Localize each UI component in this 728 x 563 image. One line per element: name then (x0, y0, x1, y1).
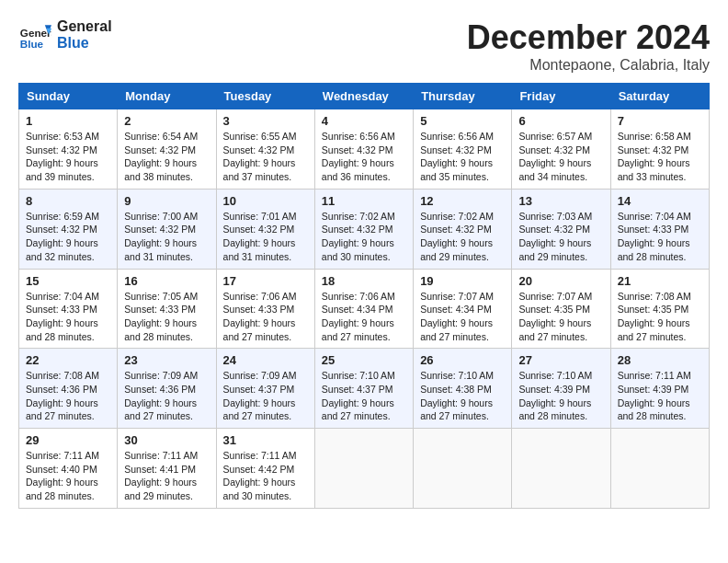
day-number: 20 (518, 274, 603, 288)
day-info: Sunrise: 7:11 AMSunset: 4:41 PMDaylight:… (124, 449, 209, 503)
day-number: 30 (124, 433, 209, 447)
calendar-cell: 27Sunrise: 7:10 AMSunset: 4:39 PMDayligh… (512, 349, 610, 429)
day-info: Sunrise: 6:56 AMSunset: 4:32 PMDaylight:… (420, 130, 505, 184)
calendar-cell: 2Sunrise: 6:54 AMSunset: 4:32 PMDaylight… (118, 109, 216, 190)
calendar-cell: 5Sunrise: 6:56 AMSunset: 4:32 PMDaylight… (414, 109, 512, 190)
logo-blue: Blue (57, 35, 112, 52)
calendar-cell: 31Sunrise: 7:11 AMSunset: 4:42 PMDayligh… (216, 429, 314, 509)
day-number: 1 (26, 114, 110, 128)
day-info: Sunrise: 7:01 AMSunset: 4:32 PMDaylight:… (223, 210, 308, 264)
day-number: 2 (124, 114, 209, 128)
day-info: Sunrise: 6:57 AMSunset: 4:32 PMDaylight:… (518, 130, 603, 184)
day-number: 21 (618, 274, 702, 288)
day-info: Sunrise: 7:08 AMSunset: 4:36 PMDaylight:… (26, 369, 110, 423)
weekday-friday: Friday (512, 84, 610, 109)
day-info: Sunrise: 7:05 AMSunset: 4:33 PMDaylight:… (124, 290, 209, 344)
day-info: Sunrise: 7:07 AMSunset: 4:35 PMDaylight:… (518, 290, 603, 344)
logo-general: General (57, 18, 112, 35)
day-info: Sunrise: 7:04 AMSunset: 4:33 PMDaylight:… (618, 210, 702, 264)
day-number: 9 (124, 194, 209, 208)
day-info: Sunrise: 7:02 AMSunset: 4:32 PMDaylight:… (420, 210, 505, 264)
calendar-cell: 3Sunrise: 6:55 AMSunset: 4:32 PMDaylight… (216, 109, 314, 190)
logo-icon: General Blue (18, 18, 51, 52)
calendar-cell (610, 429, 709, 509)
day-info: Sunrise: 7:09 AMSunset: 4:37 PMDaylight:… (223, 369, 308, 423)
day-info: Sunrise: 7:07 AMSunset: 4:34 PMDaylight:… (420, 290, 505, 344)
weekday-thursday: Thursday (414, 84, 512, 109)
day-number: 25 (322, 353, 406, 367)
day-info: Sunrise: 7:09 AMSunset: 4:36 PMDaylight:… (124, 369, 209, 423)
day-number: 8 (26, 194, 110, 208)
calendar-cell: 29Sunrise: 7:11 AMSunset: 4:40 PMDayligh… (19, 429, 118, 509)
day-number: 27 (518, 353, 603, 367)
calendar-cell: 19Sunrise: 7:07 AMSunset: 4:34 PMDayligh… (414, 269, 512, 349)
calendar-cell: 24Sunrise: 7:09 AMSunset: 4:37 PMDayligh… (216, 349, 314, 429)
day-number: 22 (26, 353, 110, 367)
day-number: 11 (322, 194, 406, 208)
calendar-cell: 11Sunrise: 7:02 AMSunset: 4:32 PMDayligh… (314, 189, 413, 269)
day-info: Sunrise: 6:59 AMSunset: 4:32 PMDaylight:… (26, 210, 110, 264)
calendar-cell: 8Sunrise: 6:59 AMSunset: 4:32 PMDaylight… (19, 189, 118, 269)
day-number: 14 (618, 194, 702, 208)
day-number: 19 (420, 274, 505, 288)
day-number: 23 (124, 353, 209, 367)
calendar-cell: 23Sunrise: 7:09 AMSunset: 4:36 PMDayligh… (118, 349, 216, 429)
calendar-cell: 18Sunrise: 7:06 AMSunset: 4:34 PMDayligh… (314, 269, 413, 349)
calendar-cell: 1Sunrise: 6:53 AMSunset: 4:32 PMDaylight… (19, 109, 118, 190)
svg-text:Blue: Blue (20, 38, 44, 50)
day-info: Sunrise: 7:02 AMSunset: 4:32 PMDaylight:… (322, 210, 406, 264)
weekday-monday: Monday (118, 84, 216, 109)
day-number: 16 (124, 274, 209, 288)
calendar-cell: 4Sunrise: 6:56 AMSunset: 4:32 PMDaylight… (314, 109, 413, 190)
month-title: December 2024 (467, 18, 710, 57)
calendar-cell (414, 429, 512, 509)
calendar-cell: 30Sunrise: 7:11 AMSunset: 4:41 PMDayligh… (118, 429, 216, 509)
day-number: 6 (518, 114, 603, 128)
day-number: 26 (420, 353, 505, 367)
calendar-cell: 26Sunrise: 7:10 AMSunset: 4:38 PMDayligh… (414, 349, 512, 429)
weekday-tuesday: Tuesday (216, 84, 314, 109)
day-info: Sunrise: 7:10 AMSunset: 4:37 PMDaylight:… (322, 369, 406, 423)
day-number: 13 (518, 194, 603, 208)
day-info: Sunrise: 7:04 AMSunset: 4:33 PMDaylight:… (26, 290, 110, 344)
title-block: December 2024 Montepaone, Calabria, Ital… (467, 18, 710, 74)
weekday-saturday: Saturday (610, 84, 709, 109)
calendar-cell (314, 429, 413, 509)
day-info: Sunrise: 7:03 AMSunset: 4:32 PMDaylight:… (518, 210, 603, 264)
calendar-week-3: 15Sunrise: 7:04 AMSunset: 4:33 PMDayligh… (19, 269, 710, 349)
calendar-cell: 28Sunrise: 7:11 AMSunset: 4:39 PMDayligh… (610, 349, 709, 429)
calendar-week-2: 8Sunrise: 6:59 AMSunset: 4:32 PMDaylight… (19, 189, 710, 269)
calendar-cell: 9Sunrise: 7:00 AMSunset: 4:32 PMDaylight… (118, 189, 216, 269)
day-info: Sunrise: 7:11 AMSunset: 4:39 PMDaylight:… (618, 369, 702, 423)
calendar-table: SundayMondayTuesdayWednesdayThursdayFrid… (18, 83, 710, 509)
day-info: Sunrise: 6:55 AMSunset: 4:32 PMDaylight:… (223, 130, 308, 184)
calendar-cell: 14Sunrise: 7:04 AMSunset: 4:33 PMDayligh… (610, 189, 709, 269)
calendar-cell: 22Sunrise: 7:08 AMSunset: 4:36 PMDayligh… (19, 349, 118, 429)
day-number: 28 (618, 353, 702, 367)
day-number: 12 (420, 194, 505, 208)
day-info: Sunrise: 7:10 AMSunset: 4:39 PMDaylight:… (518, 369, 603, 423)
logo: General Blue General Blue (18, 18, 112, 52)
weekday-sunday: Sunday (19, 84, 118, 109)
day-info: Sunrise: 6:53 AMSunset: 4:32 PMDaylight:… (26, 130, 110, 184)
calendar-cell: 17Sunrise: 7:06 AMSunset: 4:33 PMDayligh… (216, 269, 314, 349)
calendar-cell (512, 429, 610, 509)
day-number: 17 (223, 274, 308, 288)
calendar-cell: 12Sunrise: 7:02 AMSunset: 4:32 PMDayligh… (414, 189, 512, 269)
day-number: 10 (223, 194, 308, 208)
day-info: Sunrise: 6:58 AMSunset: 4:32 PMDaylight:… (618, 130, 702, 184)
calendar-cell: 6Sunrise: 6:57 AMSunset: 4:32 PMDaylight… (512, 109, 610, 190)
day-number: 5 (420, 114, 505, 128)
day-number: 4 (322, 114, 406, 128)
day-info: Sunrise: 7:11 AMSunset: 4:40 PMDaylight:… (26, 449, 110, 503)
day-number: 15 (26, 274, 110, 288)
calendar-cell: 25Sunrise: 7:10 AMSunset: 4:37 PMDayligh… (314, 349, 413, 429)
day-number: 3 (223, 114, 308, 128)
calendar-cell: 10Sunrise: 7:01 AMSunset: 4:32 PMDayligh… (216, 189, 314, 269)
day-number: 31 (223, 433, 308, 447)
day-number: 7 (618, 114, 702, 128)
day-info: Sunrise: 7:10 AMSunset: 4:38 PMDaylight:… (420, 369, 505, 423)
weekday-wednesday: Wednesday (314, 84, 413, 109)
calendar-week-5: 29Sunrise: 7:11 AMSunset: 4:40 PMDayligh… (19, 429, 710, 509)
calendar-cell: 15Sunrise: 7:04 AMSunset: 4:33 PMDayligh… (19, 269, 118, 349)
